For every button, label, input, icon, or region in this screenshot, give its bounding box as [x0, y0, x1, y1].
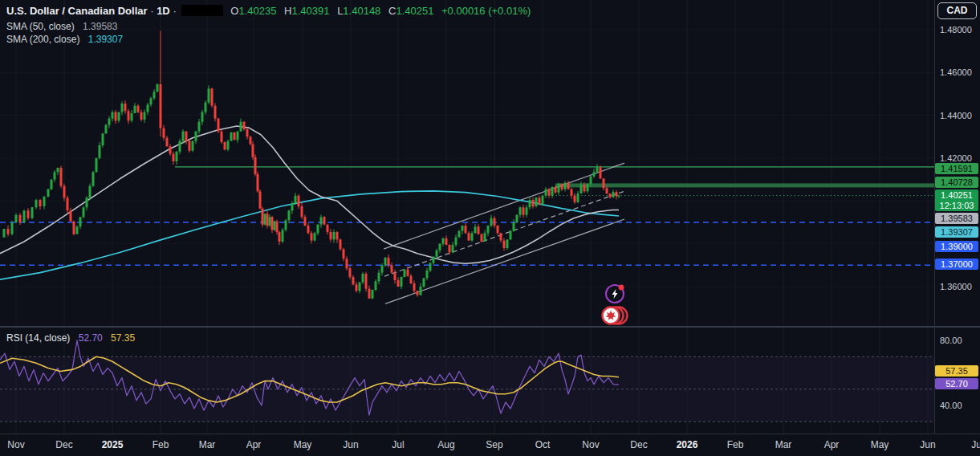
- price-badge: 1.39307: [935, 226, 978, 238]
- redacted-source: [181, 5, 223, 16]
- time-axis-label: Mar: [199, 439, 216, 450]
- time-axis-label: Aug: [437, 439, 454, 450]
- time-axis[interactable]: NovDec2025FebMarAprMayJunJulAugSepOctNov…: [0, 434, 980, 456]
- time-axis-label: Oct: [535, 439, 551, 450]
- price-badge: 1.40728: [935, 177, 978, 188]
- time-axis-label: Nov: [582, 439, 599, 450]
- timeframe-label[interactable]: 1D: [157, 5, 170, 17]
- time-axis-label: Sep: [486, 439, 502, 450]
- time-axis-label: Apr: [246, 439, 262, 450]
- change-value: +0.00016 (+0.01%): [441, 5, 531, 17]
- canada-flag-events-icon[interactable]: [603, 307, 628, 324]
- time-axis-label: Apr: [824, 439, 840, 450]
- sma50-legend[interactable]: SMA (50, close) 1.39583: [6, 21, 117, 32]
- price-badge: 1.41591: [935, 163, 978, 174]
- bar-countdown: 12:13:03: [935, 201, 978, 211]
- sma200-line: [0, 191, 619, 279]
- close-value: 1.40251: [396, 5, 433, 17]
- time-axis-label: Mar: [775, 439, 792, 450]
- low-value: 1.40148: [343, 5, 380, 17]
- sma200-legend[interactable]: SMA (200, close) 1.39307: [6, 34, 123, 45]
- time-axis-label: Nov: [7, 439, 24, 450]
- rsi-value: 52.70: [79, 332, 103, 344]
- axis-tick-label: 1.36000: [940, 281, 972, 292]
- rsi-legend[interactable]: RSI (14, close) 52.70 57.35: [6, 332, 135, 344]
- time-axis-label: Dec: [55, 439, 72, 450]
- currency-toggle-button[interactable]: CAD: [937, 2, 977, 19]
- time-axis-label: Jun: [343, 439, 358, 450]
- time-axis-label: Dec: [630, 439, 647, 450]
- channel-trendline[interactable]: [384, 163, 624, 249]
- price-badge: 52.70: [935, 378, 978, 389]
- pane-separator[interactable]: [0, 326, 980, 328]
- time-axis-label: Feb: [727, 439, 744, 450]
- rsi-indicator-pane[interactable]: [0, 327, 934, 434]
- time-axis-label: Jun: [920, 439, 935, 450]
- sma50-line: [0, 126, 619, 263]
- sma50-value: 1.39583: [83, 21, 117, 32]
- time-axis-label: May: [294, 439, 312, 450]
- price-axis[interactable]: 1.480001.460001.440001.420001.3600080.00…: [934, 0, 980, 434]
- axis-tick-label: 1.46000: [940, 67, 972, 78]
- time-axis-label: Jul: [971, 439, 980, 450]
- resistance-band[interactable]: [555, 183, 934, 187]
- time-axis-label: 2026: [677, 439, 698, 450]
- axis-tick-label: 1.48000: [940, 24, 972, 35]
- price-badge: 1.39583: [935, 213, 978, 224]
- time-axis-label: 2025: [102, 439, 124, 450]
- price-badge: 1.37000: [935, 259, 978, 270]
- sma200-value: 1.39307: [88, 34, 123, 45]
- price-badge: 1.39000: [935, 241, 978, 252]
- price-badge: 57.35: [935, 365, 978, 377]
- price-badge: 1.4025112:13:03: [935, 189, 978, 211]
- price-chart-pane[interactable]: [0, 0, 934, 326]
- channel-midline[interactable]: [384, 191, 624, 276]
- time-axis-label: May: [871, 439, 889, 450]
- axis-tick-label: 80.00: [940, 335, 962, 346]
- axis-tick-label: 1.44000: [940, 110, 972, 121]
- time-axis-label: Jul: [392, 439, 404, 450]
- high-value: 1.40391: [292, 5, 330, 17]
- rsi-ma-value: 57.35: [111, 332, 135, 344]
- axis-tick-label: 40.00: [940, 400, 962, 411]
- symbol-title: U.S. Dollar / Canadian Dollar: [6, 5, 148, 17]
- trading-chart-app: U.S. Dollar / Canadian Dollar · 1D · O1.…: [0, 0, 980, 456]
- axis-tick-label: 1.42000: [940, 153, 972, 164]
- open-value: 1.40235: [238, 5, 276, 17]
- symbol-legend[interactable]: U.S. Dollar / Canadian Dollar · 1D · O1.…: [6, 5, 531, 17]
- flash-event-icon[interactable]: [606, 285, 624, 303]
- time-axis-label: Feb: [152, 439, 169, 450]
